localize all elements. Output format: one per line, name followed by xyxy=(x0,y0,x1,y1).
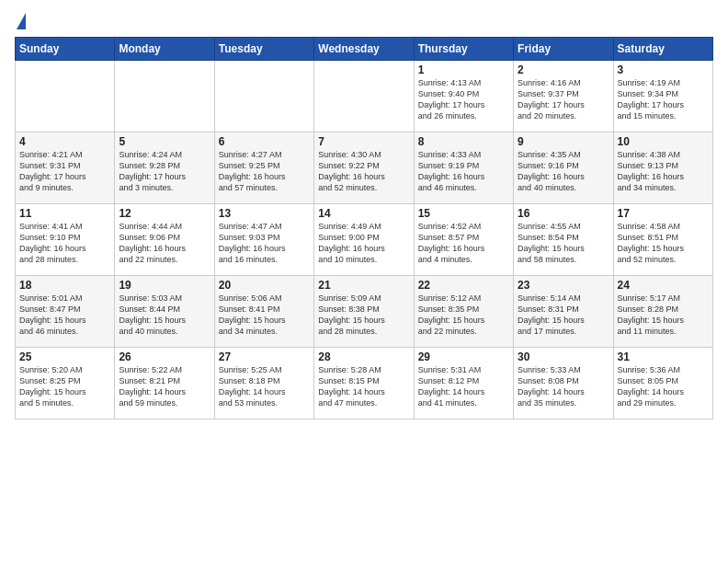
calendar-cell: 9Sunrise: 4:35 AM Sunset: 9:16 PM Daylig… xyxy=(514,132,613,204)
day-number: 25 xyxy=(19,350,110,363)
day-info: Sunrise: 4:49 AM Sunset: 9:00 PM Dayligh… xyxy=(318,221,409,266)
day-info: Sunrise: 4:44 AM Sunset: 9:06 PM Dayligh… xyxy=(119,221,210,266)
day-info: Sunrise: 4:38 AM Sunset: 9:13 PM Dayligh… xyxy=(618,149,709,194)
day-info: Sunrise: 5:14 AM Sunset: 8:31 PM Dayligh… xyxy=(518,293,609,338)
day-info: Sunrise: 4:24 AM Sunset: 9:28 PM Dayligh… xyxy=(119,149,210,194)
calendar-week-row: 25Sunrise: 5:20 AM Sunset: 8:25 PM Dayli… xyxy=(16,348,713,419)
day-number: 9 xyxy=(518,135,609,148)
day-number: 28 xyxy=(318,350,409,363)
calendar-cell: 22Sunrise: 5:12 AM Sunset: 8:35 PM Dayli… xyxy=(414,276,513,348)
calendar-week-row: 4Sunrise: 4:21 AM Sunset: 9:31 PM Daylig… xyxy=(16,132,713,204)
header xyxy=(15,11,713,29)
day-info: Sunrise: 4:16 AM Sunset: 9:37 PM Dayligh… xyxy=(518,77,609,122)
calendar-cell: 30Sunrise: 5:33 AM Sunset: 8:08 PM Dayli… xyxy=(514,348,613,419)
day-number: 2 xyxy=(518,63,609,76)
day-number: 4 xyxy=(19,135,110,148)
day-info: Sunrise: 4:35 AM Sunset: 9:16 PM Dayligh… xyxy=(518,149,609,194)
calendar-cell: 5Sunrise: 4:24 AM Sunset: 9:28 PM Daylig… xyxy=(115,132,214,204)
calendar-cell: 12Sunrise: 4:44 AM Sunset: 9:06 PM Dayli… xyxy=(115,204,214,276)
calendar-week-row: 11Sunrise: 4:41 AM Sunset: 9:10 PM Dayli… xyxy=(16,204,713,276)
page: SundayMondayTuesdayWednesdayThursdayFrid… xyxy=(0,0,728,563)
logo-triangle-icon xyxy=(17,13,26,29)
calendar-header-saturday: Saturday xyxy=(613,38,712,61)
day-number: 29 xyxy=(418,350,509,363)
day-info: Sunrise: 4:30 AM Sunset: 9:22 PM Dayligh… xyxy=(318,149,409,194)
calendar-cell: 31Sunrise: 5:36 AM Sunset: 8:05 PM Dayli… xyxy=(613,348,712,419)
day-info: Sunrise: 4:58 AM Sunset: 8:51 PM Dayligh… xyxy=(618,221,709,266)
day-info: Sunrise: 4:41 AM Sunset: 9:10 PM Dayligh… xyxy=(19,221,110,266)
calendar-cell: 18Sunrise: 5:01 AM Sunset: 8:47 PM Dayli… xyxy=(16,276,115,348)
calendar-cell xyxy=(314,61,414,132)
day-info: Sunrise: 4:21 AM Sunset: 9:31 PM Dayligh… xyxy=(19,149,110,194)
day-number: 16 xyxy=(518,207,609,220)
calendar-cell: 21Sunrise: 5:09 AM Sunset: 8:38 PM Dayli… xyxy=(314,276,414,348)
day-number: 31 xyxy=(618,350,709,363)
day-number: 17 xyxy=(618,207,709,220)
calendar-header-row: SundayMondayTuesdayWednesdayThursdayFrid… xyxy=(16,38,713,61)
day-number: 15 xyxy=(418,207,509,220)
calendar-cell: 27Sunrise: 5:25 AM Sunset: 8:18 PM Dayli… xyxy=(214,348,313,419)
day-info: Sunrise: 4:52 AM Sunset: 8:57 PM Dayligh… xyxy=(418,221,509,266)
calendar-cell: 13Sunrise: 4:47 AM Sunset: 9:03 PM Dayli… xyxy=(214,204,313,276)
day-number: 11 xyxy=(19,207,110,220)
day-number: 7 xyxy=(318,135,409,148)
day-number: 5 xyxy=(119,135,210,148)
day-info: Sunrise: 4:19 AM Sunset: 9:34 PM Dayligh… xyxy=(618,77,709,122)
day-number: 18 xyxy=(19,279,110,292)
calendar-cell: 29Sunrise: 5:31 AM Sunset: 8:12 PM Dayli… xyxy=(414,348,513,419)
day-number: 21 xyxy=(318,279,409,292)
calendar-table: SundayMondayTuesdayWednesdayThursdayFrid… xyxy=(15,37,713,419)
day-number: 6 xyxy=(219,135,310,148)
day-info: Sunrise: 5:36 AM Sunset: 8:05 PM Dayligh… xyxy=(618,364,709,409)
day-info: Sunrise: 5:22 AM Sunset: 8:21 PM Dayligh… xyxy=(119,364,210,409)
calendar-cell: 10Sunrise: 4:38 AM Sunset: 9:13 PM Dayli… xyxy=(613,132,712,204)
calendar-cell: 16Sunrise: 4:55 AM Sunset: 8:54 PM Dayli… xyxy=(514,204,613,276)
day-info: Sunrise: 4:33 AM Sunset: 9:19 PM Dayligh… xyxy=(418,149,509,194)
calendar-cell: 28Sunrise: 5:28 AM Sunset: 8:15 PM Dayli… xyxy=(314,348,414,419)
day-info: Sunrise: 5:31 AM Sunset: 8:12 PM Dayligh… xyxy=(418,364,509,409)
day-number: 27 xyxy=(219,350,310,363)
day-number: 22 xyxy=(418,279,509,292)
calendar-cell: 8Sunrise: 4:33 AM Sunset: 9:19 PM Daylig… xyxy=(414,132,513,204)
calendar-header-wednesday: Wednesday xyxy=(314,38,414,61)
calendar-week-row: 18Sunrise: 5:01 AM Sunset: 8:47 PM Dayli… xyxy=(16,276,713,348)
calendar-cell: 3Sunrise: 4:19 AM Sunset: 9:34 PM Daylig… xyxy=(613,61,712,132)
day-number: 30 xyxy=(518,350,609,363)
calendar-cell: 23Sunrise: 5:14 AM Sunset: 8:31 PM Dayli… xyxy=(514,276,613,348)
calendar-cell: 15Sunrise: 4:52 AM Sunset: 8:57 PM Dayli… xyxy=(414,204,513,276)
day-number: 12 xyxy=(119,207,210,220)
calendar-cell: 20Sunrise: 5:06 AM Sunset: 8:41 PM Dayli… xyxy=(214,276,313,348)
calendar-cell: 2Sunrise: 4:16 AM Sunset: 9:37 PM Daylig… xyxy=(514,61,613,132)
calendar-header-monday: Monday xyxy=(115,38,214,61)
day-info: Sunrise: 4:47 AM Sunset: 9:03 PM Dayligh… xyxy=(219,221,310,266)
day-number: 14 xyxy=(318,207,409,220)
day-number: 8 xyxy=(418,135,509,148)
day-number: 10 xyxy=(618,135,709,148)
day-info: Sunrise: 5:06 AM Sunset: 8:41 PM Dayligh… xyxy=(219,293,310,338)
day-info: Sunrise: 4:55 AM Sunset: 8:54 PM Dayligh… xyxy=(518,221,609,266)
day-number: 24 xyxy=(618,279,709,292)
calendar-cell: 6Sunrise: 4:27 AM Sunset: 9:25 PM Daylig… xyxy=(214,132,313,204)
day-info: Sunrise: 5:28 AM Sunset: 8:15 PM Dayligh… xyxy=(318,364,409,409)
day-info: Sunrise: 5:09 AM Sunset: 8:38 PM Dayligh… xyxy=(318,293,409,338)
calendar-cell: 7Sunrise: 4:30 AM Sunset: 9:22 PM Daylig… xyxy=(314,132,414,204)
calendar-cell: 25Sunrise: 5:20 AM Sunset: 8:25 PM Dayli… xyxy=(16,348,115,419)
calendar-cell xyxy=(16,61,115,132)
calendar-header-thursday: Thursday xyxy=(414,38,513,61)
calendar-cell: 14Sunrise: 4:49 AM Sunset: 9:00 PM Dayli… xyxy=(314,204,414,276)
calendar-cell: 1Sunrise: 4:13 AM Sunset: 9:40 PM Daylig… xyxy=(414,61,513,132)
calendar-header-tuesday: Tuesday xyxy=(214,38,313,61)
calendar-cell: 17Sunrise: 4:58 AM Sunset: 8:51 PM Dayli… xyxy=(613,204,712,276)
day-info: Sunrise: 5:20 AM Sunset: 8:25 PM Dayligh… xyxy=(19,364,110,409)
day-number: 3 xyxy=(618,63,709,76)
day-number: 1 xyxy=(418,63,509,76)
calendar-cell xyxy=(214,61,313,132)
day-number: 20 xyxy=(219,279,310,292)
day-info: Sunrise: 5:25 AM Sunset: 8:18 PM Dayligh… xyxy=(219,364,310,409)
day-info: Sunrise: 4:13 AM Sunset: 9:40 PM Dayligh… xyxy=(418,77,509,122)
day-number: 23 xyxy=(518,279,609,292)
logo xyxy=(15,11,26,29)
day-info: Sunrise: 5:01 AM Sunset: 8:47 PM Dayligh… xyxy=(19,293,110,338)
calendar-cell: 24Sunrise: 5:17 AM Sunset: 8:28 PM Dayli… xyxy=(613,276,712,348)
day-info: Sunrise: 5:33 AM Sunset: 8:08 PM Dayligh… xyxy=(518,364,609,409)
